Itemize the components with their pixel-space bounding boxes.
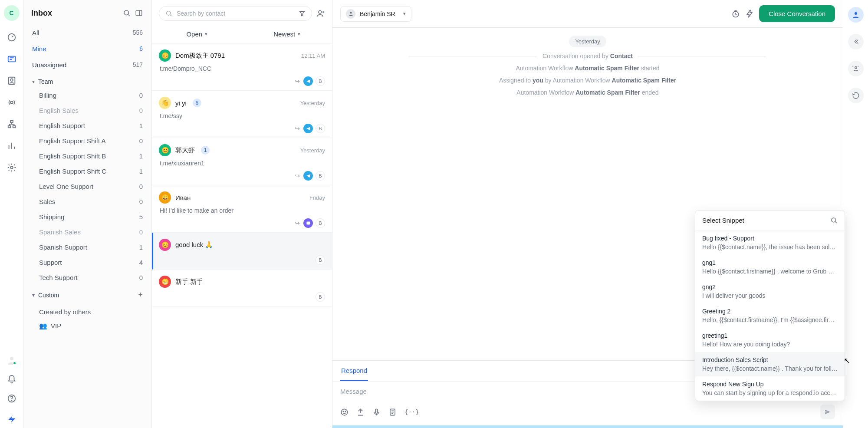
close-conversation-button[interactable]: Close Conversation (759, 5, 835, 22)
svg-point-20 (343, 411, 344, 412)
message-preview: t.me/Dompro_NCC (160, 65, 325, 72)
conversation-item[interactable]: 😄ИванFridayHi! I'd like to make an order… (152, 185, 332, 233)
people-icon: 👥 (39, 322, 47, 329)
filter-icon[interactable] (299, 10, 306, 17)
contact-details-icon[interactable] (848, 7, 864, 23)
filter-unassigned[interactable]: Unassigned517 (27, 57, 148, 73)
inbox-panel-icon[interactable] (135, 9, 144, 18)
filter-mine[interactable]: Mine6 (27, 41, 148, 57)
conversation-item[interactable]: 😁新手 新手B (152, 270, 332, 306)
workflows-icon[interactable] (7, 119, 17, 129)
reply-arrow-icon: ↩ (295, 125, 300, 132)
team-item[interactable]: Level One Support0 (27, 179, 148, 194)
contacts-icon[interactable] (7, 76, 17, 86)
assignee-badge: B (316, 218, 325, 228)
svg-point-15 (319, 10, 322, 13)
filter-all[interactable]: All556 (27, 25, 148, 41)
workflow-trigger-icon[interactable] (745, 10, 754, 18)
snippet-item[interactable]: Introduction Sales ScriptHey there, {{$c… (695, 352, 845, 376)
variable-icon[interactable]: {··} (404, 408, 419, 415)
attachment-icon[interactable] (356, 408, 365, 416)
conversation-item[interactable]: 😊good luck 🙏B (152, 233, 332, 270)
conversation-list: Search by contact Open▾ Newest▾ 😊Dom极致主 … (152, 0, 332, 428)
user-status-icon[interactable] (7, 355, 17, 365)
conversation-item[interactable]: 😊Dom极致主 079112:11 AMt.me/Dompro_NCC↩B (152, 43, 332, 91)
contact-avatar: 😁 (159, 276, 171, 288)
group-team[interactable]: ▾Team (27, 73, 148, 88)
settings-icon[interactable] (7, 162, 17, 173)
team-item[interactable]: English Sales0 (27, 103, 148, 118)
inbox-sidebar: Inbox All556 Mine6 Unassigned517 ▾Team B… (23, 0, 152, 428)
telegram-icon (303, 124, 313, 133)
tab-sort[interactable]: Newest▾ (242, 25, 332, 43)
message-preview: Hi! I'd like to make an order (160, 207, 325, 214)
conversation-item[interactable]: 😊郭大虾1Yesterdayt.me/xiuxianren1↩B (152, 138, 332, 185)
notifications-icon[interactable] (7, 374, 17, 385)
add-contact-icon[interactable] (316, 9, 325, 18)
team-item[interactable]: Shipping5 (27, 209, 148, 224)
assignee-badge: B (316, 255, 325, 265)
channel-panel-icon[interactable] (848, 61, 864, 76)
inbox-icon[interactable] (7, 54, 17, 64)
system-message: Automation Workflow Automatic Spam Filte… (516, 65, 659, 72)
team-item[interactable]: English Support Shift A0 (27, 133, 148, 148)
activity-panel-icon[interactable] (848, 88, 864, 103)
team-item[interactable]: Sales0 (27, 194, 148, 209)
team-item[interactable]: Support4 (27, 255, 148, 270)
team-item[interactable]: Tech Support0 (27, 270, 148, 285)
snippet-item[interactable]: greeting1Hello! How are you doing today? (695, 328, 845, 352)
chevron-down-icon: ▾ (298, 31, 300, 37)
team-item[interactable]: English Support1 (27, 118, 148, 133)
system-message: Assigned to you by Automation Workflow A… (499, 77, 676, 84)
chevron-down-icon: ▾ (32, 292, 35, 298)
team-item[interactable]: English Support Shift B1 (27, 148, 148, 164)
conversation-item[interactable]: 👋yi yi6Yesterdayt.me/ssy↩B (152, 91, 332, 138)
respond-logo-icon[interactable] (7, 412, 17, 423)
tab-open[interactable]: Open▾ (152, 25, 242, 43)
conversation-search[interactable]: Search by contact (159, 6, 312, 21)
team-item[interactable]: Spanish Sales0 (27, 224, 148, 240)
team-item[interactable]: Spanish Support1 (27, 240, 148, 255)
right-nav (843, 0, 868, 428)
emoji-icon[interactable] (340, 408, 349, 416)
inbox-title: Inbox (31, 9, 119, 18)
snippet-item[interactable]: gng2I will deliver your goods (695, 279, 845, 303)
team-item[interactable]: Billing0 (27, 88, 148, 103)
help-icon[interactable] (7, 393, 17, 404)
snippet-item[interactable]: Bug fixed - SupportHello {{$contact.name… (695, 230, 845, 255)
inbox-search-icon[interactable] (123, 9, 132, 18)
expand-panel-icon[interactable] (848, 34, 864, 49)
snippet-item[interactable]: Greeting 2Hello, {{$contact.firstname}},… (695, 303, 845, 328)
svg-rect-5 (10, 121, 13, 123)
snippet-item[interactable]: Respond New Sign UpYou can start by sign… (695, 376, 845, 401)
workspace-avatar[interactable]: C (4, 5, 20, 21)
contact-avatar: 😊 (159, 144, 171, 156)
snippet-item[interactable]: gng1Hello {{$contact.firstname}} , welco… (695, 255, 845, 279)
assignee-select[interactable]: Benjamin SR ▾ (340, 6, 411, 22)
svg-rect-6 (8, 126, 10, 128)
conversation-time: 12:11 AM (301, 53, 325, 59)
composer-tab-respond[interactable]: Respond (340, 361, 368, 381)
svg-point-9 (10, 357, 13, 360)
reply-arrow-icon: ↩ (295, 220, 300, 227)
group-custom[interactable]: ▾Custom+ (27, 285, 148, 302)
svg-point-25 (855, 67, 857, 69)
voice-icon[interactable] (372, 408, 381, 416)
assignee-name: Benjamin SR (360, 10, 395, 17)
unread-badge: 6 (193, 99, 201, 107)
svg-point-8 (10, 166, 13, 169)
svg-point-16 (350, 12, 352, 13)
reply-arrow-icon: ↩ (295, 78, 300, 85)
reports-icon[interactable] (7, 141, 17, 151)
dashboard-icon[interactable] (7, 32, 17, 43)
team-item[interactable]: English Support Shift C1 (27, 164, 148, 179)
broadcast-icon[interactable] (7, 97, 17, 108)
snippet-search-icon[interactable] (830, 217, 838, 224)
snippet-icon[interactable] (388, 408, 397, 416)
svg-point-21 (345, 411, 346, 412)
snooze-icon[interactable] (731, 10, 740, 18)
svg-point-12 (124, 10, 129, 15)
custom-item-vip[interactable]: 👥VIP (27, 318, 148, 334)
add-custom-icon[interactable]: + (138, 290, 143, 300)
send-button[interactable] (820, 405, 835, 419)
